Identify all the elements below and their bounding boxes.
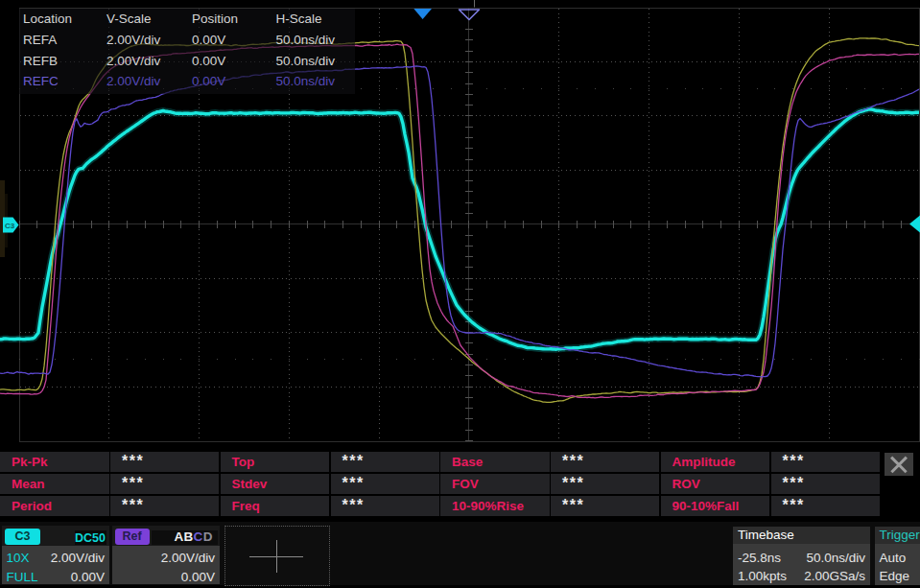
svg-text:C3: C3: [5, 222, 15, 230]
